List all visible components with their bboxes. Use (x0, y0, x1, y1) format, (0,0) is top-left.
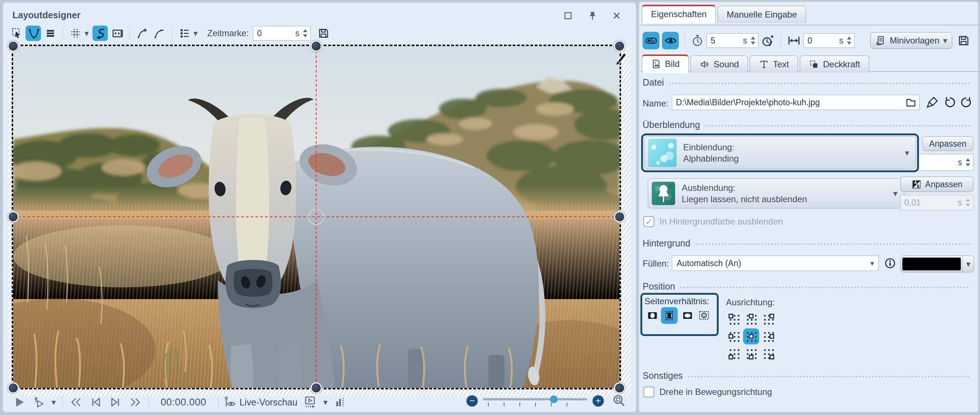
play-from-marker-button[interactable] (30, 396, 47, 409)
previous-keyframe-button[interactable] (87, 395, 105, 409)
ausblendung-anpassen-button[interactable]: Anpassen (900, 176, 974, 192)
duration-input[interactable]: 5 s (706, 33, 759, 48)
tab-bild[interactable]: Bild (642, 54, 689, 73)
play-button[interactable] (11, 395, 28, 409)
visibility-toggle-button[interactable] (662, 32, 679, 49)
einblendung-anpassen-button[interactable]: Anpassen (922, 137, 974, 151)
canvas[interactable] (8, 44, 631, 396)
fade-to-background-checkbox[interactable]: ✓ (643, 216, 654, 227)
play-options-dropdown[interactable]: ▾ (49, 398, 58, 407)
opacity-icon (809, 59, 819, 70)
einblendung-duration-stepper[interactable] (966, 158, 970, 166)
layers-button[interactable] (42, 25, 58, 41)
sound-icon (700, 59, 710, 70)
align-middle-left-button[interactable] (726, 328, 742, 344)
info-icon[interactable] (884, 257, 896, 269)
align-top-right-button[interactable] (760, 311, 776, 327)
motion-path-button[interactable] (92, 25, 108, 41)
close-icon[interactable] (611, 10, 622, 22)
folder-icon[interactable] (905, 97, 917, 108)
ratio-keep-landscape-button[interactable] (679, 308, 694, 323)
zeitmarke-stepper[interactable] (303, 29, 307, 37)
next-keyframe-button[interactable] (107, 395, 124, 409)
ratio-face-crop-button[interactable] (696, 308, 711, 323)
align-middle-center-button[interactable] (743, 328, 759, 344)
zoom-out-button[interactable]: − (466, 395, 478, 407)
preview-screen-button[interactable] (301, 395, 319, 410)
handle-bottom-center[interactable] (311, 382, 322, 394)
separator (218, 396, 219, 409)
einblendung-dropdown[interactable]: Einblendung: Alphablending ▾ (644, 137, 916, 169)
align-top-center-button[interactable] (743, 311, 759, 327)
align-bottom-center-button[interactable] (743, 345, 759, 362)
skip-forward-button[interactable] (126, 395, 144, 409)
rotate-ccw-button[interactable] (943, 96, 956, 109)
zoom-slider-track[interactable] (483, 398, 587, 401)
color-chip[interactable] (902, 258, 961, 270)
offset-input[interactable]: 0 s (803, 33, 854, 48)
color-dropdown[interactable]: ▾ (963, 256, 974, 272)
align-bottom-right-button[interactable] (760, 345, 776, 362)
rotate-in-motion-checkbox[interactable] (643, 386, 654, 398)
handle-bottom-left[interactable] (8, 382, 19, 394)
tab-sound[interactable]: Sound (690, 56, 748, 73)
preview-screen-dropdown[interactable]: ▾ (321, 398, 330, 407)
duration-stepper[interactable] (751, 37, 755, 45)
align-middle-right-button[interactable] (760, 328, 776, 344)
object-list-button[interactable] (177, 25, 190, 41)
align-top-left-button[interactable] (726, 311, 742, 327)
handle-top-center[interactable] (311, 41, 322, 52)
name-input[interactable] (672, 95, 920, 110)
save-template-button[interactable] (955, 33, 970, 48)
fuellen-select[interactable]: Automatisch (An) ▾ (672, 256, 879, 271)
live-preview-label: Live-Vorschau (239, 397, 297, 408)
edit-image-button[interactable] (926, 96, 939, 109)
camera-frame-button[interactable] (109, 25, 125, 41)
image-icon (651, 59, 661, 69)
ausblendung-duration-stepper (966, 199, 970, 207)
panel-tabs: Eigenschaften Manuelle Eingabe (642, 5, 806, 23)
tab-eigenschaften[interactable]: Eigenschaften (642, 5, 716, 24)
layout-toolbar: ▾ ▾ Zeitmarke: 0 s (9, 24, 331, 43)
handle-bottom-right[interactable] (614, 382, 625, 394)
zoom-slider[interactable] (483, 396, 587, 405)
object-list-dropdown[interactable]: ▾ (191, 25, 200, 41)
remove-keypoint-button[interactable] (151, 25, 167, 41)
zoom-in-button[interactable]: + (593, 395, 604, 407)
select-tool-button[interactable] (9, 25, 24, 41)
zeitmarke-input[interactable]: 0 s (253, 26, 311, 41)
section-hintergrund: Hintergrund (643, 238, 970, 249)
handle-middle-right[interactable] (614, 211, 625, 223)
auto-duration-icon[interactable] (761, 33, 775, 48)
align-bottom-left-button[interactable] (726, 345, 742, 362)
add-keypoint-button[interactable] (135, 25, 150, 41)
handle-top-left[interactable] (8, 41, 19, 52)
section-leader (680, 287, 970, 288)
ausblendung-dropdown[interactable]: Ausblendung: Liegen lassen, nicht ausble… (648, 178, 904, 208)
ratio-keep-portrait-button[interactable] (644, 308, 659, 323)
rotate-cw-button[interactable] (960, 96, 973, 109)
zoom-slider-thumb[interactable] (550, 396, 558, 403)
ratio-fill-frame-button[interactable] (661, 307, 678, 324)
zoom-fit-button[interactable] (610, 394, 628, 408)
curve-editor-button[interactable] (25, 25, 41, 41)
chevron-down-icon: ▾ (51, 398, 56, 407)
section-leader (695, 243, 970, 245)
tab-text[interactable]: Text (750, 56, 798, 73)
maximize-icon[interactable] (562, 10, 574, 22)
pin-icon[interactable] (587, 10, 598, 22)
save-timemark-button[interactable] (315, 25, 331, 41)
offset-stepper[interactable] (847, 37, 851, 45)
handle-middle-left[interactable] (8, 211, 19, 223)
grid-dropdown[interactable]: ▾ (82, 25, 91, 41)
background-color-picker[interactable]: ▾ (900, 256, 974, 272)
grid-button[interactable] (68, 25, 81, 41)
minivorlagen-dropdown[interactable]: Minivorlagen ▾ (870, 32, 952, 49)
level-meter-button[interactable] (332, 396, 348, 409)
link-toggle-button[interactable] (643, 32, 659, 49)
selection-frame[interactable] (13, 46, 620, 388)
tab-deckkraft[interactable]: Deckkraft (800, 56, 869, 73)
skip-backward-button[interactable] (67, 395, 85, 409)
center-point[interactable] (308, 209, 324, 225)
tab-manuelle-eingabe[interactable]: Manuelle Eingabe (718, 6, 806, 23)
